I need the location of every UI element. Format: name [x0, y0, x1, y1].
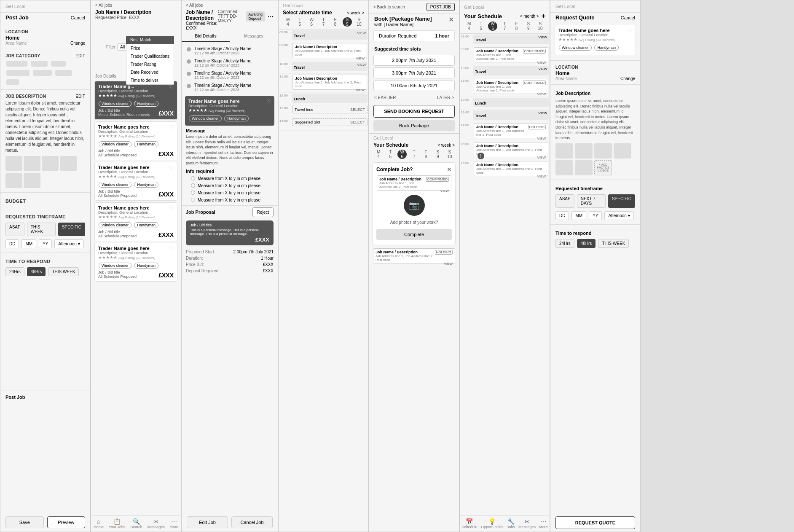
s7-request-quote-btn[interactable]: REQUEST QUOTE — [555, 516, 635, 529]
s2-t3-jobtitle: Job / Bid titleAll Schedule Proposed — [98, 189, 137, 198]
s7-cancel-btn[interactable]: Cancel — [621, 15, 635, 20]
s6-day-s: S9 — [524, 21, 533, 31]
s5b-add-photos-label: Add photos of your work? — [376, 220, 452, 225]
s2-t3-tag1: Window cleaner — [99, 182, 131, 188]
s2-sort-price[interactable]: Price — [126, 44, 174, 52]
s5b-complete-modal: Complete Job? ✕ CONFIRMED Job Name / Des… — [373, 162, 456, 245]
s5a-slot-2[interactable]: 3.00pm 7th July 2021 — [373, 67, 455, 78]
s6-your-schedule: Your Schedule — [464, 13, 502, 19]
s2-heart-3[interactable]: ♡ — [169, 165, 174, 171]
s6-add-btn[interactable]: + — [542, 12, 545, 20]
s5b-day-t2: T7 — [409, 150, 418, 159]
s7-job-desc-label: Job Description — [555, 91, 590, 96]
s5a-post-job-btn[interactable]: POST JOB — [427, 3, 455, 11]
s3-ellipsis[interactable]: ⋯ — [268, 13, 274, 20]
s2-t2-stars: ★★★★★ Avg Rating (10 Reviews) — [98, 134, 174, 138]
s7-yy[interactable]: YY — [589, 211, 602, 220]
s6-nav-jobs[interactable]: 🔧Jobs — [507, 518, 515, 529]
s1-afternoon[interactable]: Afternoon ▾ — [54, 239, 83, 248]
s2-nav-home[interactable]: ⌂Home — [94, 518, 104, 529]
s1-cancel-btn[interactable]: Cancel — [71, 15, 85, 20]
s1-specific-btn[interactable]: SPECIFIC — [58, 223, 85, 236]
s3-tab-bid-details[interactable]: Bid Details — [182, 31, 230, 42]
s7-mm[interactable]: MM — [571, 211, 586, 220]
s7-change-btn[interactable]: Change — [620, 76, 635, 81]
s1-mm[interactable]: MM — [21, 239, 36, 248]
s3-stars: ★★★★★ Avg Rating (10 Reviews) — [188, 108, 271, 113]
s2-sort-bestmatch[interactable]: Best Match — [126, 36, 174, 44]
s6-slot-1400: 14:00 HOLDING Job Name / Description Job… — [460, 122, 550, 141]
s1-category-edit[interactable]: EDIT — [75, 54, 85, 58]
s1-desc-edit[interactable]: EDIT — [75, 94, 85, 99]
s5a-earlier[interactable]: < EARLIER — [374, 95, 396, 100]
s1-48hrs[interactable]: 48Hrs — [27, 267, 46, 276]
s2-nav-yourjobs[interactable]: 📋Your Jobs — [109, 518, 126, 529]
s5a-book-pkg-btn[interactable]: Book Package — [373, 120, 455, 131]
s1-preview-btn[interactable]: Preview — [47, 516, 86, 528]
s5a-slot-1[interactable]: 2.00pm 7th July 2021 — [373, 55, 455, 66]
s2-nav-search[interactable]: 🔍Search — [130, 518, 142, 529]
s3-reject-btn[interactable]: Reject — [252, 207, 274, 217]
s1-dd[interactable]: DD — [5, 239, 19, 248]
s2-t5-tag2: Handyman — [134, 263, 158, 269]
s6-nav-schedule[interactable]: 📅Schedule — [461, 518, 477, 529]
s2-t4-tag2: Handyman — [134, 222, 158, 228]
s7-24hrs[interactable]: 24Hrs — [555, 239, 574, 248]
s6-nav-more[interactable]: ⋯More — [539, 518, 548, 529]
s4-week-nav[interactable]: < week > — [347, 11, 364, 15]
s5a-close-icon[interactable]: ✕ — [448, 16, 454, 24]
s7-dd[interactable]: DD — [555, 211, 569, 220]
s2-sort-time[interactable]: Time to deliver — [126, 76, 174, 84]
s2-heart-5[interactable]: ♡ — [169, 246, 174, 252]
s5b-complete-btn[interactable]: Complete — [376, 229, 452, 240]
s1-thisweek-btn[interactable]: THIS WEEK — [27, 223, 56, 236]
s1-24hrs[interactable]: 24Hrs — [5, 267, 24, 276]
s2-trader-card-5: ♡ Trader Name goes here Description, Gen… — [94, 243, 177, 282]
s7-thisweek[interactable]: THIS WEEK — [598, 239, 629, 248]
s5a-slot-3[interactable]: 10.00am 8th July 2021 — [373, 80, 455, 91]
s4-day-t1: T5 — [295, 17, 304, 27]
s2-sort-date[interactable]: Date Received — [126, 68, 174, 76]
s6-slot-0800: 08:00 Travel VIEW — [460, 34, 550, 46]
s5a-send-btn[interactable]: SEND BOOKING REQUEST — [373, 105, 455, 118]
s7-heart[interactable]: ♡ — [628, 28, 632, 34]
s1-yy[interactable]: YY — [39, 239, 52, 248]
s3-tab-messages[interactable]: Messages — [230, 31, 278, 42]
s2-heart-2[interactable]: ♡ — [169, 124, 174, 130]
s5b-modal-close[interactable]: ✕ — [447, 166, 452, 173]
s6-nav-messages[interactable]: ✉Messages — [518, 518, 536, 529]
s3-heart[interactable]: ♡ — [266, 99, 271, 105]
s7-48hrs[interactable]: 48Hrs — [577, 239, 596, 248]
s1-save-btn[interactable]: Save — [5, 516, 44, 528]
s1-thisweek2[interactable]: THIS WEEK — [48, 267, 79, 276]
s2-sort-qualifications[interactable]: Trader Qualifications — [126, 52, 174, 60]
s3-edit-job-btn[interactable]: Edit Job — [187, 516, 228, 528]
s2-sort-rating[interactable]: Trader Rating — [126, 60, 174, 68]
s7-next7-btn[interactable]: NEXT 7 DAYS — [577, 194, 606, 208]
s7-asap-btn[interactable]: ASAP — [555, 194, 574, 208]
s6-nav-opportunities[interactable]: 💡Opportunities — [481, 518, 504, 529]
s5a-later[interactable]: LATER > — [437, 95, 454, 100]
s5b-view-link-2[interactable]: VIEW — [444, 262, 453, 266]
s1-asap-btn[interactable]: ASAP — [5, 223, 24, 236]
s2-back[interactable]: < All jobs — [95, 3, 177, 8]
s7-area-name: Area Name — [555, 76, 577, 81]
s7-specific-btn[interactable]: SPECIFIC — [608, 194, 635, 208]
s2-heart-4[interactable]: ♡ — [169, 205, 174, 211]
s5b-view-link[interactable]: VIEW — [440, 189, 449, 193]
s1-change-btn[interactable]: Change — [70, 41, 85, 46]
s5a-back[interactable]: < Back to search — [373, 5, 405, 9]
s4-slot-1300: 13:00 Travel time SELECT — [279, 105, 368, 118]
s3-back[interactable]: < All jobs — [186, 3, 274, 8]
s5a-book-title: Book [Package Name] — [374, 16, 432, 22]
s7-add-photos-btn[interactable]: + ADDPHOTOSVIDEOS — [594, 160, 612, 175]
s3-cancel-job-btn[interactable]: Cancel Job — [231, 516, 273, 528]
s6-month-nav[interactable]: < month > — [520, 14, 539, 19]
s7-afternoon[interactable]: Afternoon ▾ — [604, 211, 633, 220]
s2-nav-messages[interactable]: ✉Messages — [148, 518, 165, 529]
s2-heart-1[interactable]: ♡ — [169, 84, 174, 90]
screen-select-time: Get Local Select alternate time < week >… — [278, 0, 369, 532]
s5b-week-nav[interactable]: < week > — [437, 143, 455, 148]
s2-nav-more[interactable]: ⋯More — [170, 518, 179, 529]
s2-t5-stars: ★★★★★ Avg Rating (10 Reviews) — [98, 255, 174, 260]
